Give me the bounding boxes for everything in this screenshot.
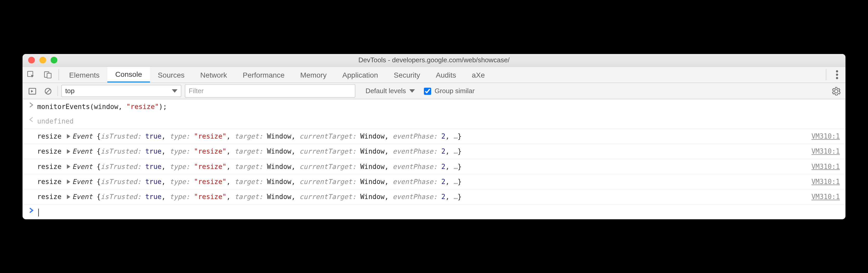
console-log-row: resize Event {isTrusted: true, type: "re… — [23, 129, 846, 144]
row-gutter — [26, 162, 37, 162]
execution-context-value: top — [65, 87, 74, 95]
input-chevron-icon — [26, 101, 37, 108]
event-name: resize — [37, 163, 65, 170]
event-name: resize — [37, 147, 65, 155]
clear-console-icon[interactable] — [41, 84, 54, 97]
console-log-message[interactable]: resize Event {isTrusted: true, type: "re… — [37, 131, 803, 141]
object-class: Event — [72, 147, 97, 155]
ellipsis: … — [454, 193, 458, 201]
console-log-row: resize Event {isTrusted: true, type: "re… — [23, 174, 846, 190]
ellipsis: … — [454, 178, 458, 185]
console-return-row: undefined — [23, 114, 846, 129]
svg-point-3 — [836, 70, 838, 72]
tab-memory[interactable]: Memory — [292, 67, 335, 82]
tab-network[interactable]: Network — [192, 67, 235, 82]
toolbar-separator — [826, 69, 827, 80]
console-log-row: resize Event {isTrusted: true, type: "re… — [23, 159, 846, 174]
tab-audits[interactable]: Audits — [428, 67, 464, 82]
svg-rect-2 — [47, 73, 51, 78]
console-log-message[interactable]: resize Event {isTrusted: true, type: "re… — [37, 146, 803, 157]
devtools-tabstrip: ElementsConsoleSourcesNetworkPerformance… — [23, 67, 846, 83]
object-class: Event — [72, 178, 97, 185]
zoom-window-button[interactable] — [51, 57, 57, 63]
console-settings-icon[interactable] — [830, 84, 842, 97]
prompt-chevron-icon — [26, 207, 37, 213]
window-title: DevTools - developers.google.com/web/sho… — [359, 56, 509, 64]
tab-performance[interactable]: Performance — [235, 67, 292, 82]
minimize-window-button[interactable] — [39, 57, 46, 63]
window-controls — [28, 57, 57, 63]
expand-arrow-icon[interactable] — [66, 179, 70, 184]
console-return-value: undefined — [37, 116, 840, 126]
svg-point-5 — [836, 77, 838, 79]
console-output: monitorEvents(window, "resize"); undefin… — [23, 99, 846, 219]
ellipsis: … — [454, 132, 458, 140]
group-similar-label: Group similar — [435, 87, 474, 95]
expand-arrow-icon[interactable] — [66, 134, 70, 138]
tab-elements[interactable]: Elements — [61, 67, 107, 82]
row-gutter — [26, 131, 37, 132]
toolbar-separator — [59, 69, 59, 80]
expand-arrow-icon[interactable] — [66, 149, 70, 153]
console-filter-input[interactable] — [185, 84, 355, 98]
tab-axe[interactable]: aXe — [464, 67, 493, 82]
dropdown-triangle-icon — [172, 89, 178, 92]
ellipsis: … — [454, 163, 458, 170]
dropdown-triangle-icon — [409, 89, 415, 92]
console-log-message[interactable]: resize Event {isTrusted: true, type: "re… — [37, 192, 803, 202]
toolbar-separator — [57, 86, 58, 96]
console-log-row: resize Event {isTrusted: true, type: "re… — [23, 190, 846, 204]
text-cursor — [38, 208, 39, 216]
inspect-element-icon[interactable] — [23, 67, 39, 82]
console-log-row: resize Event {isTrusted: true, type: "re… — [23, 144, 846, 159]
console-log-message[interactable]: resize Event {isTrusted: true, type: "re… — [37, 162, 803, 172]
event-name: resize — [37, 193, 65, 201]
row-gutter — [26, 192, 37, 192]
log-levels-select[interactable]: Default levels — [365, 87, 415, 95]
event-name: resize — [37, 132, 65, 140]
event-name: resize — [37, 178, 65, 185]
object-class: Event — [72, 163, 97, 170]
row-gutter — [26, 176, 37, 177]
message-source-link[interactable]: VM310:1 — [803, 162, 840, 172]
object-class: Event — [72, 193, 97, 201]
svg-line-8 — [46, 89, 50, 93]
row-gutter — [26, 146, 37, 147]
console-input-text: monitorEvents(window, "resize"); — [37, 101, 840, 111]
group-similar-input[interactable] — [424, 87, 431, 95]
message-source-link[interactable]: VM310:1 — [803, 176, 840, 186]
svg-point-4 — [836, 73, 838, 76]
device-toggle-icon[interactable] — [39, 67, 56, 82]
tab-console[interactable]: Console — [107, 67, 150, 82]
output-chevron-icon — [26, 116, 37, 122]
object-class: Event — [72, 132, 97, 140]
message-source-link[interactable]: VM310:1 — [803, 192, 840, 202]
close-window-button[interactable] — [28, 57, 35, 63]
tab-sources[interactable]: Sources — [150, 67, 193, 82]
expand-arrow-icon[interactable] — [66, 195, 70, 199]
tab-application[interactable]: Application — [335, 67, 386, 82]
group-similar-checkbox[interactable]: Group similar — [424, 87, 474, 95]
toggle-drawer-icon[interactable] — [26, 84, 38, 97]
message-source-link[interactable]: VM310:1 — [803, 131, 840, 141]
devtools-window: DevTools - developers.google.com/web/sho… — [23, 54, 846, 219]
tab-security[interactable]: Security — [386, 67, 428, 82]
execution-context-select[interactable]: top — [61, 84, 181, 97]
message-source-link[interactable]: VM310:1 — [803, 146, 840, 157]
ellipsis: … — [454, 147, 458, 155]
titlebar: DevTools - developers.google.com/web/sho… — [23, 54, 846, 67]
console-input-echo: monitorEvents(window, "resize"); — [23, 99, 846, 114]
console-toolbar: top Default levels Group similar — [23, 83, 846, 99]
more-menu-icon[interactable] — [829, 67, 845, 82]
console-prompt-row[interactable] — [23, 204, 846, 219]
log-levels-label: Default levels — [365, 87, 406, 95]
expand-arrow-icon[interactable] — [66, 164, 70, 169]
console-prompt-input[interactable] — [37, 207, 840, 217]
console-log-message[interactable]: resize Event {isTrusted: true, type: "re… — [37, 176, 803, 186]
